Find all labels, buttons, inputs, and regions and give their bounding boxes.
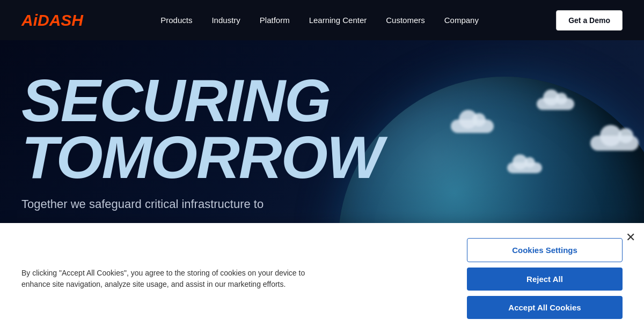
nav-customers[interactable]: Customers: [386, 16, 425, 25]
cookie-banner: By clicking "Accept All Cookies", you ag…: [0, 223, 644, 334]
cookie-buttons: Cookies Settings Reject All Accept All C…: [467, 238, 623, 319]
cookies-settings-button[interactable]: Cookies Settings: [467, 238, 623, 262]
nav-learning-center[interactable]: Learning Center: [309, 16, 367, 25]
navbar: AiDASH Products Industry Platform Learni…: [0, 0, 644, 40]
cloud-1: [451, 120, 494, 133]
nav-company[interactable]: Company: [444, 16, 479, 25]
nav-links: Products Industry Platform Learning Cent…: [160, 16, 479, 25]
hero-subtitle: Together we safeguard critical infrastru…: [21, 197, 343, 211]
hero-title-line1: SECURING: [21, 72, 383, 129]
cloud-3: [590, 136, 639, 151]
get-demo-button[interactable]: Get a Demo: [556, 10, 623, 31]
nav-platform[interactable]: Platform: [260, 16, 290, 25]
nav-industry[interactable]: Industry: [211, 16, 240, 25]
accept-all-cookies-button[interactable]: Accept All Cookies: [467, 296, 623, 319]
hero-title: SECURING TOMORROW: [21, 72, 383, 187]
nav-products[interactable]: Products: [160, 16, 192, 25]
hero-content: SECURING TOMORROW Together we safeguard …: [21, 72, 383, 211]
cloud-4: [507, 162, 542, 173]
cookie-text: By clicking "Accept All Cookies", you ag…: [21, 268, 333, 290]
cloud-2: [537, 98, 574, 110]
hero-title-line2: TOMORROW: [21, 129, 383, 186]
logo[interactable]: AiDASH: [21, 11, 83, 29]
logo-text: AiDASH: [21, 11, 83, 29]
reject-all-button[interactable]: Reject All: [467, 268, 623, 291]
close-cookie-banner-button[interactable]: ✕: [626, 232, 635, 243]
